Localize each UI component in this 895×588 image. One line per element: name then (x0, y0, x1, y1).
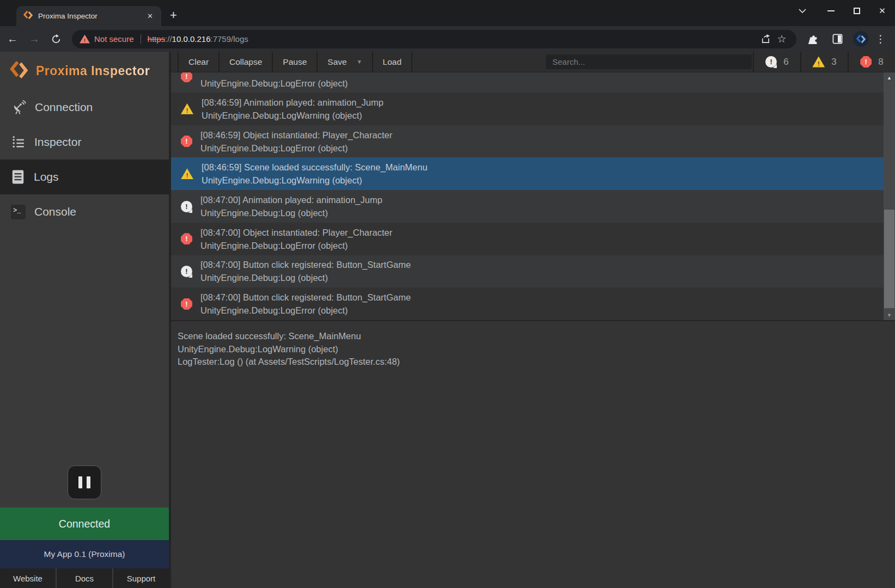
sidebar-item-logs[interactable]: Logs (0, 160, 169, 194)
pause-stream-button[interactable] (68, 465, 101, 499)
scroll-up-icon[interactable]: ▲ (884, 75, 895, 81)
not-secure-triangle-icon: ! (80, 35, 90, 44)
browser-menu-icon[interactable]: ⋮ (875, 33, 886, 45)
log-document-icon (11, 169, 25, 185)
app-title: Proxima Inspector (36, 64, 150, 78)
browser-titlebar: Proxima Inspector ✕ + ✕ (0, 0, 895, 26)
clear-button[interactable]: Clear (178, 52, 218, 72)
log-stack-line: UnityEngine.Debug:LogError (object) (200, 142, 392, 155)
log-row[interactable]: ! [08:46:59] Animation played: animation… (171, 93, 895, 125)
reload-icon[interactable] (47, 30, 65, 48)
error-count: 8 (878, 57, 883, 68)
log-row[interactable]: ! UnityEngine.Debug:LogError (object) (171, 72, 895, 93)
browser-window: Proxima Inspector ✕ + ✕ ← → ! Not secure (0, 0, 895, 588)
app-logo: Proxima Inspector (0, 52, 169, 90)
scroll-down-icon[interactable]: ▼ (884, 313, 895, 318)
log-line-1 (200, 72, 348, 77)
warning-icon: ! (181, 103, 193, 114)
error-icon: ! (181, 233, 192, 244)
log-stack-line: UnityEngine.Debug:LogError (object) (200, 77, 348, 90)
pause-button[interactable]: Pause (272, 52, 316, 72)
log-row[interactable]: ! [08:47:00] Button click registered: Bu… (171, 255, 895, 288)
warning-filter-toggle[interactable]: ! 3 (800, 52, 848, 72)
log-stack-line: UnityEngine.Debug:Log (object) (200, 271, 411, 284)
load-button[interactable]: Load (372, 52, 412, 72)
info-count: 6 (783, 57, 788, 68)
side-panel-icon[interactable] (828, 30, 847, 48)
new-tab-button[interactable]: + (170, 8, 177, 22)
satellite-dish-icon (11, 100, 26, 115)
url-bar[interactable]: ! Not secure https://10.0.0.216:7759/log… (72, 30, 796, 48)
log-message: [08:47:00] Button click registered: Butt… (200, 291, 411, 304)
browser-tab[interactable]: Proxima Inspector ✕ (16, 6, 161, 26)
sidebar-item-label: Inspector (34, 136, 81, 149)
connection-status-badge: Connected (0, 507, 169, 540)
save-dropdown-caret-icon[interactable]: ▼ (357, 59, 362, 65)
log-row[interactable]: ! [08:47:00] Button click registered: Bu… (171, 287, 895, 320)
log-row-selected[interactable]: ! [08:46:59] Scene loaded successfully: … (171, 157, 895, 190)
window-controls: ✕ (789, 0, 895, 22)
log-row[interactable]: ! [08:46:59] Object instantiated: Player… (171, 125, 895, 158)
scrollbar[interactable]: ▲ ▼ (884, 72, 895, 320)
proxima-extension-icon[interactable] (853, 31, 869, 47)
app-info-label: My App 0.1 (Proxima) (0, 540, 169, 568)
log-message: [08:47:00] Object instantiated: Player_C… (200, 226, 392, 239)
minimize-button[interactable] (818, 0, 844, 22)
terminal-icon: >_ (11, 205, 26, 219)
forward-icon[interactable]: → (25, 30, 44, 48)
error-filter-toggle[interactable]: ! 8 (848, 52, 895, 72)
log-message: [08:47:00] Animation played: animation_J… (200, 193, 382, 206)
tab-search-chevron-icon[interactable] (789, 0, 815, 22)
website-link[interactable]: Website (0, 568, 56, 588)
log-message: [08:46:59] Scene loaded successfully: Sc… (202, 161, 428, 174)
sidebar-item-connection[interactable]: Connection (0, 90, 169, 125)
search-input[interactable] (546, 54, 752, 69)
log-stack-line: UnityEngine.Debug:LogWarning (object) (202, 174, 428, 187)
error-icon: ! (860, 56, 872, 68)
log-stack-line: UnityEngine.Debug:Log (object) (200, 206, 382, 219)
log-message: [08:47:00] Button click registered: Butt… (200, 258, 411, 271)
warning-icon: ! (812, 57, 825, 68)
back-icon[interactable]: ← (3, 30, 22, 48)
detail-stack-2: LogTester:Log () (at Assets/TestScripts/… (178, 356, 895, 369)
proxima-favicon-icon (23, 10, 33, 22)
pause-icon (78, 476, 82, 488)
extensions-puzzle-icon[interactable] (804, 30, 823, 48)
error-icon: ! (181, 136, 192, 147)
not-secure-label: Not secure (94, 34, 134, 44)
log-list: ! UnityEngine.Debug:LogError (object) ! … (171, 72, 895, 320)
maximize-button[interactable] (844, 0, 869, 22)
not-secure-warning[interactable]: ! Not secure (80, 34, 134, 44)
error-icon: ! (181, 72, 192, 82)
support-link[interactable]: Support (112, 568, 169, 588)
warning-icon: ! (181, 168, 193, 179)
docs-link[interactable]: Docs (56, 568, 112, 588)
logs-page: Clear Collapse Pause Save ▼ Load ! 6 ! 3 (169, 52, 895, 588)
log-message: [08:46:59] Animation played: animation_J… (202, 96, 383, 109)
log-row[interactable]: ! [08:47:00] Animation played: animation… (171, 190, 895, 223)
bookmark-star-icon[interactable]: ☆ (774, 31, 790, 47)
info-icon: ! (181, 201, 192, 212)
scrollbar-thumb[interactable] (884, 210, 894, 308)
collapse-button[interactable]: Collapse (218, 52, 272, 72)
sidebar-item-inspector[interactable]: Inspector (0, 125, 169, 160)
sidebar-footer: Website Docs Support (0, 568, 169, 588)
log-stack-line: UnityEngine.Debug:LogError (object) (200, 304, 411, 317)
info-filter-toggle[interactable]: ! 6 (753, 52, 800, 72)
close-button[interactable]: ✕ (869, 0, 895, 22)
share-icon[interactable] (757, 31, 774, 47)
info-icon: ! (765, 56, 777, 68)
proxima-logo-icon (10, 60, 29, 82)
save-button[interactable]: Save ▼ (316, 52, 372, 72)
log-detail-pane: Scene loaded successfully: Scene_MainMen… (171, 320, 895, 588)
warning-count: 3 (831, 57, 836, 68)
sidebar-item-console[interactable]: >_ Console (0, 194, 169, 229)
browser-navbar: ← → ! Not secure https://10.0.0.216:7759… (0, 26, 895, 52)
sidebar: Proxima Inspector Connection (0, 52, 169, 588)
sidebar-item-label: Console (34, 205, 76, 218)
tab-close-icon[interactable]: ✕ (144, 11, 156, 21)
log-stack-line: UnityEngine.Debug:LogError (object) (200, 239, 392, 252)
logs-toolbar: Clear Collapse Pause Save ▼ Load ! 6 ! 3 (171, 52, 895, 72)
omnibox-divider (141, 34, 141, 44)
log-row[interactable]: ! [08:47:00] Object instantiated: Player… (171, 223, 895, 255)
